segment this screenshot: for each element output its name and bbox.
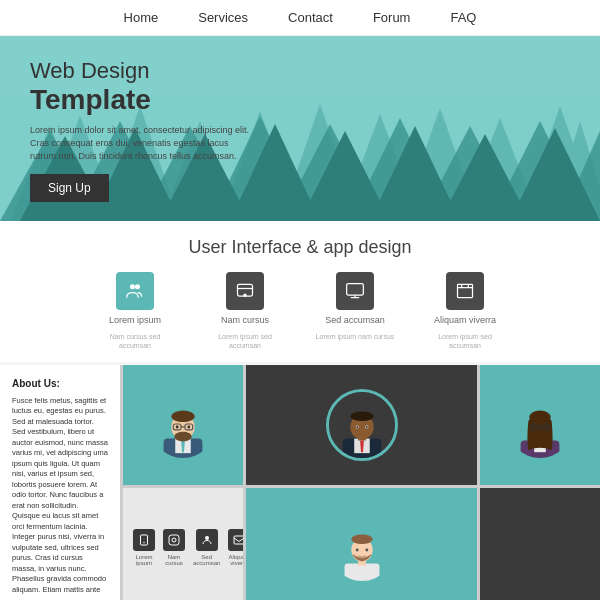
main-nav: Home Services Contact Forum FAQ [0, 0, 600, 36]
small-icon-item-0: Lorem ipsum [133, 529, 155, 566]
svg-point-65 [529, 410, 550, 424]
feature-label-3: Aliquam viverra [434, 315, 496, 327]
small-icon-label-2: Sed accumsan [193, 554, 220, 566]
grid-person-4 [246, 488, 477, 600]
svg-point-55 [350, 411, 373, 421]
nav-forum[interactable]: Forum [373, 10, 411, 25]
svg-point-81 [351, 534, 372, 544]
nav-faq[interactable]: FAQ [450, 10, 476, 25]
about-section: About Us: Fusce felis metus, sagittis et… [0, 365, 120, 600]
feature-item-1: Nam cursus Lorem ipsum sed accumsan [205, 272, 285, 350]
feature-item-2: Sed accumsan Lorem ipsum nam cursus [315, 272, 395, 350]
svg-point-47 [176, 425, 179, 428]
hero-title-line2: Template [30, 84, 570, 116]
small-icon-item-3: Aliquam viverra [228, 529, 243, 566]
svg-point-70 [545, 426, 547, 428]
features-heading: User Interface & app design [20, 237, 580, 258]
feature-icon-1 [226, 272, 264, 310]
avatar-3 [504, 389, 576, 461]
features-section: User Interface & app design Lorem ipsum … [0, 221, 600, 362]
svg-point-73 [172, 538, 176, 542]
small-icons: Lorem ipsum Nam cursus Sed accumsan Aliq… [123, 519, 243, 576]
small-icon-item-1: Nam cursus [163, 529, 185, 566]
small-icon-0 [133, 529, 155, 551]
feature-sublabel-1: Lorem ipsum sed accumsan [205, 332, 285, 350]
small-icon-3 [228, 529, 243, 551]
avatar-1 [147, 389, 219, 461]
hero-body: Lorem ipsum dolor sit amet, consectetur … [30, 124, 250, 162]
feature-icon-2 [336, 272, 374, 310]
svg-rect-74 [169, 535, 179, 545]
svg-point-30 [130, 284, 135, 289]
bottom-grid: About Us: Fusce felis metus, sagittis et… [0, 365, 600, 600]
feature-label-2: Sed accumsan [325, 315, 385, 327]
signup-button[interactable]: Sign Up [30, 174, 109, 202]
grid-person-1 [123, 365, 243, 485]
feature-label-0: Lorem ipsum [109, 315, 161, 327]
feature-sublabel-2: Lorem ipsum nam cursus [316, 332, 395, 341]
svg-rect-78 [344, 563, 379, 581]
hero-section: Web Design Template Lorem ipsum dolor si… [0, 36, 600, 221]
small-icon-item-2: Sed accumsan [193, 529, 220, 566]
features-icons-row: Lorem ipsum Nam cursus sed accumsan Nam … [20, 272, 580, 350]
about-content: About Us: Fusce felis metus, sagittis et… [12, 377, 108, 596]
svg-point-33 [243, 294, 246, 297]
svg-point-58 [356, 426, 358, 428]
feature-sublabel-3: Lorem ipsum sed accumsan [425, 332, 505, 350]
avatar-4 [326, 512, 398, 584]
small-icon-2 [196, 529, 218, 551]
nav-services[interactable]: Services [198, 10, 248, 25]
feature-sublabel-0: Nam cursus sed accumsan [95, 332, 175, 350]
svg-point-43 [174, 432, 191, 442]
feature-item-0: Lorem ipsum Nam cursus sed accumsan [95, 272, 175, 350]
svg-point-83 [365, 548, 368, 551]
about-paragraph1: Fusce felis metus, sagittis et luctus eu… [12, 396, 108, 596]
nav-contact[interactable]: Contact [288, 10, 333, 25]
svg-rect-71 [141, 535, 148, 545]
svg-point-82 [355, 548, 358, 551]
nav-home[interactable]: Home [124, 10, 159, 25]
svg-point-48 [187, 425, 190, 428]
feature-icon-0 [116, 272, 154, 310]
grid-person-2 [246, 365, 477, 485]
svg-rect-34 [347, 284, 364, 296]
hero-content: Web Design Template Lorem ipsum dolor si… [0, 36, 600, 221]
small-icon-label-1: Nam cursus [163, 554, 185, 566]
grid-icons-row: Lorem ipsum Nam cursus Sed accumsan Aliq… [123, 488, 243, 600]
svg-point-72 [143, 542, 145, 544]
feature-item-3: Aliquam viverra Lorem ipsum sed accumsan [425, 272, 505, 350]
hero-title-line1: Web Design [30, 58, 570, 84]
feature-label-1: Nam cursus [221, 315, 269, 327]
small-icon-label-3: Aliquam viverra [228, 554, 243, 566]
svg-point-42 [171, 410, 194, 422]
avatar-2 [326, 389, 398, 461]
about-heading: About Us: [12, 377, 108, 391]
svg-rect-35 [458, 284, 473, 297]
svg-point-59 [365, 426, 367, 428]
small-icon-1 [163, 529, 185, 551]
grid-person-3 [480, 365, 600, 485]
svg-point-75 [205, 536, 209, 540]
svg-point-31 [135, 284, 140, 289]
svg-point-69 [533, 426, 535, 428]
grid-empty-4 [480, 488, 600, 600]
feature-icon-3 [446, 272, 484, 310]
small-icon-label-0: Lorem ipsum [133, 554, 155, 566]
